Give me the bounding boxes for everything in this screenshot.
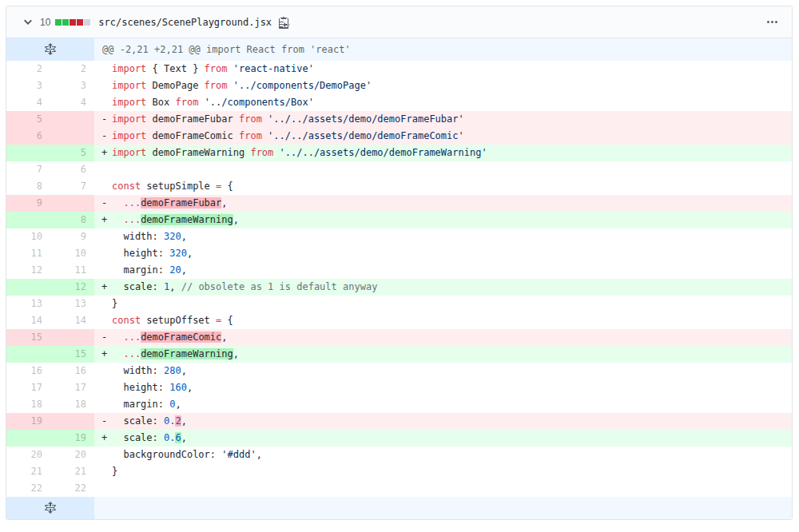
new-line-number[interactable]: 7 <box>50 178 94 195</box>
new-line-number[interactable]: 9 <box>50 228 94 245</box>
old-line-number[interactable] <box>6 430 50 447</box>
old-line-number[interactable]: 4 <box>6 94 50 111</box>
code-segment: } <box>112 298 117 309</box>
diff-table-body: @@ -2,21 +2,21 @@ import React from 'rea… <box>6 38 792 519</box>
diff-marker: + <box>101 145 112 161</box>
new-line-number[interactable]: 21 <box>50 463 94 480</box>
code-segment: ... <box>123 214 141 225</box>
old-line-number[interactable] <box>6 145 50 161</box>
new-line-number[interactable]: 19 <box>50 430 94 447</box>
diff-row-context: 1110 height: 320, <box>6 245 792 262</box>
diff-row-add: 5+import demoFrameWarning from '../../as… <box>6 145 792 161</box>
code-segment: ... <box>123 348 141 359</box>
new-line-number[interactable]: 20 <box>50 447 94 463</box>
code-segment <box>112 348 123 359</box>
old-line-number[interactable]: 15 <box>6 329 50 346</box>
code-segment <box>112 197 123 208</box>
code-segment: ... <box>123 332 141 343</box>
old-line-number[interactable]: 10 <box>6 228 50 245</box>
old-line-number[interactable]: 16 <box>6 363 50 379</box>
new-line-number[interactable] <box>50 329 94 346</box>
code-line: backgroundColor: '#ddd', <box>94 447 792 463</box>
old-line-number[interactable]: 3 <box>6 77 50 94</box>
code-segment: { <box>221 315 233 326</box>
code-segment: , <box>256 449 262 460</box>
unfold-icon <box>45 44 56 55</box>
code-line <box>94 161 792 178</box>
expand-hunk-button[interactable] <box>6 38 94 61</box>
old-line-number[interactable]: 14 <box>6 312 50 329</box>
old-line-number[interactable]: 19 <box>6 413 50 430</box>
file-options-button[interactable] <box>767 16 777 29</box>
new-line-number[interactable]: 13 <box>50 296 94 312</box>
new-line-number[interactable] <box>50 128 94 145</box>
new-line-number[interactable]: 15 <box>50 346 94 363</box>
new-line-number[interactable]: 11 <box>50 262 94 279</box>
code-line: -import demoFrameFubar from '../../asset… <box>94 111 792 128</box>
code-segment: from <box>239 113 262 125</box>
diff-row-context: 87const setupSimple = { <box>6 178 792 195</box>
expand-hunk-button[interactable] <box>6 497 94 519</box>
old-line-number[interactable]: 13 <box>6 296 50 312</box>
old-line-number[interactable]: 2 <box>6 61 50 77</box>
new-line-number[interactable]: 18 <box>50 396 94 413</box>
code-line: + scale: 1, // obsolete as 1 is default … <box>94 279 792 296</box>
diffstat: 10 <box>40 17 90 28</box>
diff-row-add: 12+ scale: 1, // obsolete as 1 is defaul… <box>6 279 792 296</box>
code-segment: 6 <box>175 432 181 443</box>
old-line-number[interactable]: 17 <box>6 379 50 396</box>
old-line-number[interactable]: 11 <box>6 245 50 262</box>
code-segment: } <box>112 466 117 477</box>
old-line-number[interactable] <box>6 212 50 228</box>
diffstat-square-del <box>70 19 76 26</box>
new-line-number[interactable]: 17 <box>50 379 94 396</box>
code-segment: , <box>187 248 193 259</box>
diff-table: @@ -2,21 +2,21 @@ import React from 'rea… <box>6 38 792 519</box>
new-line-number[interactable]: 2 <box>50 61 94 77</box>
kebab-horizontal-icon <box>767 16 777 29</box>
collapse-file-button[interactable] <box>24 16 32 29</box>
old-line-number[interactable]: 5 <box>6 111 50 128</box>
old-line-number[interactable] <box>6 346 50 363</box>
code-segment <box>112 332 123 343</box>
new-line-number[interactable]: 12 <box>50 279 94 296</box>
old-line-number[interactable]: 12 <box>6 262 50 279</box>
diff-row-add: 15+ ...demoFrameWarning, <box>6 346 792 363</box>
code-segment: setupSimple <box>141 181 216 192</box>
old-line-number[interactable]: 9 <box>6 195 50 212</box>
new-line-number[interactable]: 3 <box>50 77 94 94</box>
old-line-number[interactable]: 22 <box>6 480 50 497</box>
diffstat-square-del <box>77 19 83 26</box>
new-line-number[interactable] <box>50 413 94 430</box>
new-line-number[interactable]: 8 <box>50 212 94 228</box>
code-segment: from <box>175 97 198 108</box>
new-line-number[interactable] <box>50 111 94 128</box>
changes-count: 10 <box>40 17 50 28</box>
code-segment: demoFrameWarning <box>146 147 250 158</box>
new-line-number[interactable]: 10 <box>50 245 94 262</box>
old-line-number[interactable]: 18 <box>6 396 50 413</box>
new-line-number[interactable]: 4 <box>50 94 94 111</box>
new-line-number[interactable]: 6 <box>50 161 94 178</box>
old-line-number[interactable]: 7 <box>6 161 50 178</box>
old-line-number[interactable]: 8 <box>6 178 50 195</box>
code-segment <box>262 130 268 141</box>
new-line-number[interactable]: 14 <box>50 312 94 329</box>
code-line: import DemoPage from '../components/Demo… <box>94 77 792 94</box>
new-line-number[interactable]: 16 <box>50 363 94 379</box>
new-line-number[interactable]: 5 <box>50 145 94 161</box>
old-line-number[interactable]: 20 <box>6 447 50 463</box>
diff-row-del: 19- scale: 0.2, <box>6 413 792 430</box>
diff-marker: + <box>101 279 112 296</box>
code-segment: import <box>112 63 146 74</box>
code-segment: width: <box>112 231 164 242</box>
new-line-number[interactable] <box>50 195 94 212</box>
old-line-number[interactable]: 6 <box>6 128 50 145</box>
copy-path-button[interactable] <box>278 16 289 29</box>
old-line-number[interactable]: 21 <box>6 463 50 480</box>
code-segment: 320 <box>169 248 187 259</box>
old-line-number[interactable] <box>6 279 50 296</box>
new-line-number[interactable]: 22 <box>50 480 94 497</box>
diff-row-del: 9- ...demoFrameFubar, <box>6 195 792 212</box>
code-segment: demoFrameComic <box>141 332 221 343</box>
